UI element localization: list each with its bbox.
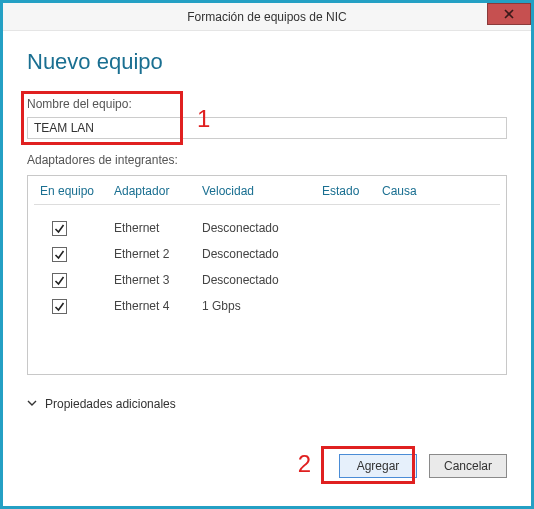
check-icon: [54, 223, 65, 234]
members-label: Adaptadores de integrantes:: [27, 153, 507, 167]
team-name-label: Nombre del equipo:: [27, 97, 507, 111]
additional-properties-expander[interactable]: Propiedades adicionales: [27, 397, 507, 411]
dialog-content: Nuevo equipo Nombre del equipo: 1 Adapta…: [3, 31, 531, 506]
titlebar: Formación de equipos de NIC: [3, 3, 531, 31]
check-icon: [54, 275, 65, 286]
row-checkbox-cell: [34, 221, 114, 236]
window-title: Formación de equipos de NIC: [187, 10, 346, 24]
close-icon: [504, 9, 514, 19]
close-button[interactable]: [487, 3, 531, 25]
chevron-down-icon: [27, 397, 37, 411]
column-adapter[interactable]: Adaptador: [114, 184, 202, 198]
column-cause[interactable]: Causa: [382, 184, 442, 198]
adapter-speed: Desconectado: [202, 221, 322, 235]
page-title: Nuevo equipo: [27, 49, 507, 75]
check-icon: [54, 249, 65, 260]
table-row[interactable]: Ethernet 3Desconectado: [34, 267, 500, 293]
adapter-speed: Desconectado: [202, 247, 322, 261]
table-row[interactable]: Ethernet 41 Gbps: [34, 293, 500, 319]
ok-button[interactable]: Agregar: [339, 454, 417, 478]
adapter-name: Ethernet 3: [114, 273, 202, 287]
additional-properties-label: Propiedades adicionales: [45, 397, 176, 411]
column-speed[interactable]: Velocidad: [202, 184, 322, 198]
adapter-name: Ethernet 4: [114, 299, 202, 313]
team-name-block: Nombre del equipo: 1: [27, 97, 507, 139]
adapter-rows: EthernetDesconectadoEthernet 2Desconecta…: [34, 215, 500, 319]
dialog-window: Formación de equipos de NIC Nuevo equipo…: [0, 0, 534, 509]
row-checkbox-cell: [34, 247, 114, 262]
adapters-list: En equipo Adaptador Velocidad Estado Cau…: [27, 175, 507, 375]
annotation-number-2: 2: [298, 450, 311, 478]
adapter-speed: 1 Gbps: [202, 299, 322, 313]
adapter-checkbox[interactable]: [52, 221, 67, 236]
button-row: 2 Agregar Cancelar: [27, 436, 507, 496]
adapter-name: Ethernet 2: [114, 247, 202, 261]
check-icon: [54, 301, 65, 312]
adapter-name: Ethernet: [114, 221, 202, 235]
column-state[interactable]: Estado: [322, 184, 382, 198]
team-name-input[interactable]: [27, 117, 507, 139]
adapter-checkbox[interactable]: [52, 247, 67, 262]
table-row[interactable]: Ethernet 2Desconectado: [34, 241, 500, 267]
row-checkbox-cell: [34, 273, 114, 288]
adapter-speed: Desconectado: [202, 273, 322, 287]
adapter-checkbox[interactable]: [52, 299, 67, 314]
row-checkbox-cell: [34, 299, 114, 314]
column-in-team[interactable]: En equipo: [34, 184, 114, 198]
adapter-checkbox[interactable]: [52, 273, 67, 288]
adapters-header: En equipo Adaptador Velocidad Estado Cau…: [34, 184, 500, 205]
table-row[interactable]: EthernetDesconectado: [34, 215, 500, 241]
cancel-button[interactable]: Cancelar: [429, 454, 507, 478]
